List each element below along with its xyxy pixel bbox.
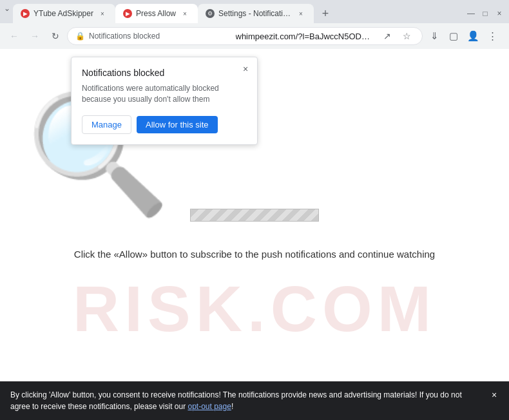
tab-settings-notifications[interactable]: ⚙ Settings - Notificatio... ×	[198, 4, 314, 23]
consent-bar: By clicking 'Allow' button, you consent …	[0, 381, 509, 420]
manage-button[interactable]: Manage	[82, 115, 131, 134]
page-content: 🔍 RISK.COM Click the «Allow» button to s…	[0, 49, 509, 420]
opt-out-link[interactable]: opt-out page	[187, 402, 231, 411]
menu-icon[interactable]: ⋮	[483, 27, 501, 45]
tab-close-1[interactable]: ×	[97, 8, 108, 19]
tab-close-3[interactable]: ×	[296, 8, 306, 19]
tab-label-3: Settings - Notificatio...	[218, 9, 292, 18]
minimize-button[interactable]: —	[466, 9, 475, 18]
window-controls: — □ ×	[466, 4, 509, 23]
tab-chevron-icon[interactable]: ⌄	[3, 4, 12, 13]
title-bar: ⌄ ▶ YTube AdSkipper × ▶ Press Allow × ⚙ …	[0, 0, 509, 23]
tab-close-2[interactable]: ×	[180, 8, 190, 19]
popup-title: Notifications blocked	[82, 68, 247, 78]
loading-bar-container	[190, 209, 319, 222]
popup-description: Notifications were automatically blocked…	[82, 83, 247, 105]
popup-close-button[interactable]: ×	[239, 62, 252, 75]
allow-for-this-site-button[interactable]: Allow for this site	[137, 116, 218, 133]
share-icon[interactable]: ↗	[379, 28, 395, 44]
page-main-text: Click the «Allow» button to subscribe to…	[26, 249, 484, 260]
risk-watermark: RISK.COM	[73, 272, 436, 346]
tab-ytube-adskipper[interactable]: ▶ YTube AdSkipper ×	[13, 4, 115, 23]
consent-close-button[interactable]: ×	[487, 388, 501, 402]
tab-icon-youtube1: ▶	[21, 9, 30, 18]
profile-icon[interactable]: 👤	[464, 27, 482, 45]
bookmark-icon[interactable]: ☆	[399, 28, 414, 44]
url-bar[interactable]: 🔒 Notifications blocked whimpeezit.com/?…	[67, 27, 423, 45]
consent-text-before: By clicking 'Allow' button, you consent …	[10, 390, 462, 411]
back-button[interactable]: ←	[5, 27, 23, 45]
browser-frame: ⌄ ▶ YTube AdSkipper × ▶ Press Allow × ⚙ …	[0, 0, 509, 420]
toolbar-actions: ⇓ ▢ 👤 ⋮	[425, 27, 504, 45]
download-icon[interactable]: ⇓	[425, 27, 443, 45]
tab-label-2: Press Allow	[136, 9, 176, 18]
consent-text-after: !	[231, 402, 233, 411]
refresh-button[interactable]: ↻	[46, 27, 64, 45]
address-bar: ← → ↻ 🔒 Notifications blocked whimpeezit…	[0, 23, 509, 49]
tab-press-allow[interactable]: ▶ Press Allow ×	[115, 4, 198, 23]
maximize-button[interactable]: □	[481, 9, 490, 18]
blocked-label: Notifications blocked	[89, 32, 229, 41]
url-text: whimpeezit.com/?l=BaJwccN5ODmz7t5&s=7972…	[236, 32, 376, 41]
forward-button[interactable]: →	[26, 27, 44, 45]
tab-overview-icon[interactable]: ▢	[445, 27, 463, 45]
tab-icon-youtube2: ▶	[123, 9, 132, 18]
tab-icon-gear: ⚙	[206, 9, 215, 18]
tab-label-1: YTube AdSkipper	[34, 9, 93, 18]
notification-popup: × Notifications blocked Notifications we…	[71, 57, 258, 145]
close-window-button[interactable]: ×	[495, 9, 504, 18]
new-tab-button[interactable]: +	[316, 5, 334, 23]
loading-bar	[190, 209, 319, 222]
main-text-content: Click the «Allow» button to subscribe to…	[74, 249, 435, 260]
lock-icon: 🔒	[75, 32, 85, 41]
popup-actions: Manage Allow for this site	[82, 115, 247, 134]
